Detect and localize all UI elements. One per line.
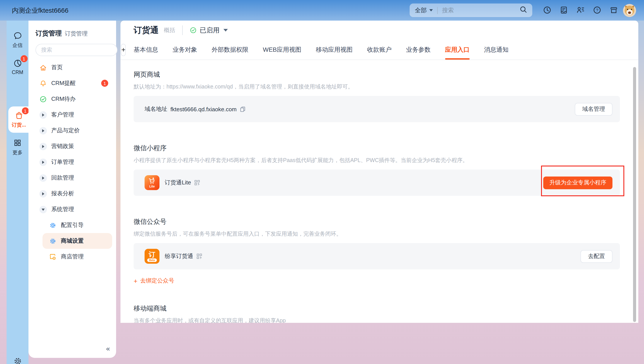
domain-card: 域名地址 fktest6666.qd.fxiaoke.com 域名管理 <box>134 96 620 122</box>
miniprogram-app-name: 订货通Lite <box>165 179 191 186</box>
sidebar-item-home[interactable]: 首页 <box>28 60 116 75</box>
expander-right-icon[interactable] <box>39 142 47 150</box>
chat-icon <box>13 31 22 40</box>
crm-badge: 1 <box>20 55 28 62</box>
main-panel: 订货通 概括 已启用 基本信息 业务对象 外部数据权限 WEB应用视图 移动应用… <box>120 20 638 323</box>
collapse-sidebar-button[interactable]: « <box>106 345 110 352</box>
configure-button[interactable]: 去配置 <box>580 250 612 262</box>
sidebar-menu: 首页 CRM提醒 1 CRM待办 客户管理 产品与定价 <box>28 60 116 264</box>
sidebar-item-label: 系统管理 <box>51 206 74 213</box>
add-button[interactable]: + <box>121 44 126 56</box>
rail-item-crm[interactable]: 1 CRM <box>6 58 28 75</box>
sidebar-item-payment-mgmt[interactable]: 回款管理 <box>28 170 116 186</box>
section-desc-wechat-oa: 绑定微信服务号后，可在服务号菜单中配置应用入口，下发应用通知，完善业务闭环。 <box>134 230 620 238</box>
expander-right-icon[interactable] <box>39 174 47 182</box>
home-icon <box>39 64 47 71</box>
sidebar-item-store-mgmt[interactable]: 商店管理 <box>28 249 116 264</box>
search-icon[interactable] <box>520 6 527 15</box>
plus-icon: + <box>134 277 138 284</box>
search-input[interactable] <box>442 7 520 14</box>
sidebar-item-label: CRM待办 <box>51 95 76 103</box>
avatar[interactable] <box>623 4 636 17</box>
sidebar-title: 订货管理 <box>36 29 62 38</box>
wechat-oa-card: 订 Beta 纷享订货通 去配置 <box>134 243 620 270</box>
copy-icon[interactable] <box>240 106 246 112</box>
tab-external-data-permissions[interactable]: 外部数据权限 <box>212 40 248 60</box>
rail-item-label: 企信 <box>12 42 22 48</box>
chevron-down-icon <box>429 9 433 12</box>
sidebar-item-report-analysis[interactable]: 报表分析 <box>28 186 116 202</box>
beta-badge: Beta <box>148 258 156 262</box>
help-icon[interactable]: ? <box>592 5 602 15</box>
section-desc-mobile-mall: 当有多个业务应用时，或有自定义的互联应用，建议用纷享App <box>134 317 620 323</box>
gear-blue-icon <box>49 238 56 244</box>
domain-manage-button[interactable]: 域名管理 <box>575 103 612 116</box>
divider <box>437 7 438 14</box>
grid-icon <box>13 138 22 148</box>
rail-item-dinghuo[interactable]: 1 订货... <box>8 106 29 133</box>
bind-official-account-link[interactable]: + 去绑定公众号 <box>134 277 174 285</box>
dinghuo-badge: 1 <box>22 107 29 114</box>
qr-code-icon[interactable] <box>196 253 202 259</box>
inbox-icon[interactable] <box>559 5 569 15</box>
expander-right-icon[interactable] <box>39 190 47 197</box>
sidebar-item-label: 报表分析 <box>51 190 74 198</box>
sidebar-item-label: 商城设置 <box>61 237 84 245</box>
clock-icon[interactable] <box>542 5 552 15</box>
domain-label: 域名地址 <box>144 105 167 113</box>
section-title-mobile-mall: 移动端商城 <box>134 304 620 312</box>
sidebar-item-system-mgmt[interactable]: 系统管理 <box>28 202 116 217</box>
qr-code-icon[interactable] <box>194 180 200 186</box>
rail-item-label: 更多 <box>12 149 22 156</box>
rail-item-more[interactable]: 更多 <box>6 138 28 156</box>
status-badge: 已启用 <box>200 26 220 34</box>
expander-right-icon[interactable] <box>39 111 47 118</box>
topbar-icons: ? <box>542 5 618 15</box>
tab-payment-account[interactable]: 收款账户 <box>367 40 392 60</box>
sidebar-item-label: 回款管理 <box>51 174 74 182</box>
upgrade-miniprogram-button[interactable]: 升级为企业专属小程序 <box>543 176 612 189</box>
scrollbar-thumb[interactable] <box>633 67 636 322</box>
workbench-icon[interactable] <box>609 5 618 15</box>
chevron-down-icon <box>224 29 228 32</box>
sidebar-item-crm-reminder[interactable]: CRM提醒 1 <box>28 75 116 91</box>
company-name: 内测企业fktest6666 <box>12 6 68 15</box>
sidebar-item-product-pricing[interactable]: 产品与定价 <box>28 123 116 138</box>
tab-business-objects[interactable]: 业务对象 <box>172 40 197 60</box>
status-dropdown[interactable]: 已启用 <box>190 26 228 34</box>
sidebar-item-customer-mgmt[interactable]: 客户管理 <box>28 107 116 123</box>
tab-business-params[interactable]: 业务参数 <box>406 40 431 60</box>
sidebar-item-marketing-policy[interactable]: 营销政策 <box>28 138 116 154</box>
section-desc-miniprogram: 小程序提供了原生小程序与小程序套壳H5两种方案，后者支持Paas低代码扩展能力，… <box>134 157 620 164</box>
expander-right-icon[interactable] <box>39 158 47 166</box>
rail-item-qixin[interactable]: 企信 <box>6 31 28 48</box>
global-search[interactable]: 全部 <box>410 4 532 17</box>
settings-gear-icon[interactable] <box>6 357 28 364</box>
tab-bar: 基本信息 业务对象 外部数据权限 WEB应用视图 移动应用视图 收款账户 业务参… <box>120 40 638 60</box>
pie-icon: 1 <box>13 58 22 68</box>
lite-badge: Lite <box>150 185 155 188</box>
sidebar-item-mall-settings[interactable]: 商城设置 <box>42 233 112 249</box>
reminder-badge: 1 <box>101 80 108 87</box>
sidebar-item-crm-todo[interactable]: CRM待办 <box>28 91 116 107</box>
fenxiang-dinghuotong-app-icon: 订 Beta <box>144 249 160 264</box>
contacts-icon[interactable] <box>576 5 585 15</box>
tab-web-app-view[interactable]: WEB应用视图 <box>263 40 302 60</box>
app-rail: 企信 1 CRM 1 订货... 更多 <box>6 20 28 364</box>
section-title-wechat-oa: 微信公众号 <box>134 218 620 226</box>
app-header: 订货通 概括 已启用 <box>120 20 638 40</box>
sidebar-item-label: 商店管理 <box>61 253 84 261</box>
sidebar-item-order-mgmt[interactable]: 订单管理 <box>28 154 116 170</box>
tab-mobile-app-view[interactable]: 移动应用视图 <box>316 40 353 60</box>
page-subtitle: 概括 <box>164 26 175 34</box>
search-scope-dropdown[interactable]: 全部 <box>415 6 427 14</box>
expander-down-icon[interactable] <box>39 206 47 213</box>
sidebar-search-input[interactable] <box>36 44 118 56</box>
expander-right-icon[interactable] <box>39 127 47 134</box>
miniprogram-card: Lite 订货通Lite 升级为企业专属小程序 <box>134 170 620 196</box>
sidebar-item-config-guide[interactable]: 配置引导 <box>28 217 116 233</box>
tab-basic-info[interactable]: 基本信息 <box>134 40 158 60</box>
tab-message-notify[interactable]: 消息通知 <box>484 40 509 60</box>
tab-app-entry[interactable]: 应用入口 <box>445 40 470 60</box>
wechat-oa-app-name: 纷享订货通 <box>165 252 193 260</box>
